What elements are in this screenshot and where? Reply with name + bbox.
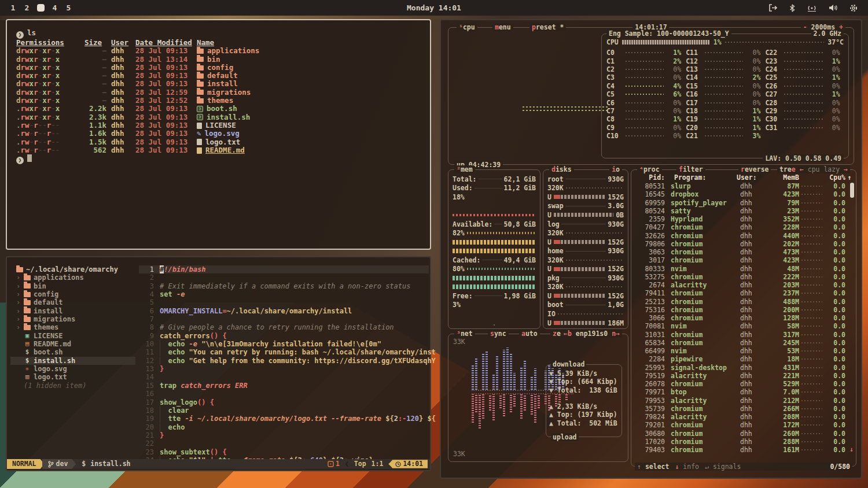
volume-icon[interactable]: [829, 4, 837, 12]
process-row[interactable]: 75316chromiumdhh200M0.0: [635, 306, 854, 314]
process-row[interactable]: 79971btopdhh7.0M0.0: [635, 388, 854, 396]
core-row: C120%: [686, 57, 760, 65]
tree-button[interactable]: tree: [777, 165, 798, 173]
mem-box-title[interactable]: ²mem: [454, 165, 475, 173]
folder-icon: [197, 65, 204, 71]
process-row[interactable]: 3063chromiumdhh473M0.0: [635, 248, 854, 256]
ls-row: .rw-r--r--1.6kdhh28 Jul 09:13✎logo.svg: [16, 130, 430, 138]
process-row[interactable]: 17020chromiumdhh288M0.0: [635, 438, 854, 446]
process-row[interactable]: 26078chromiumdhh529M0.0: [635, 380, 854, 388]
tree-file-boot.sh[interactable]: $boot.sh: [10, 348, 135, 356]
core-row: C290%: [765, 107, 840, 115]
cpu-box-title[interactable]: ¹cpu: [457, 23, 477, 31]
tree-file-logo.txt[interactable]: ▥logo.txt: [10, 373, 135, 381]
process-row[interactable]: 79806chromiumdhh202M0.0: [635, 240, 854, 248]
clock: Monday 14:01: [0, 3, 868, 12]
cursor-position: 1:1: [372, 460, 384, 468]
folder-icon: [24, 317, 31, 322]
core-row: C191%: [686, 115, 760, 123]
tree-dir-default[interactable]: ›default: [10, 298, 135, 306]
core-row: C300%: [765, 115, 840, 123]
proc-percore-toggle[interactable]: ← cpu lazy →: [797, 165, 850, 173]
process-row[interactable]: 80531slurpdhh87M0.0: [635, 182, 854, 190]
process-row[interactable]: 80524sattydhh23M0.0: [635, 207, 854, 215]
scroll-down-arrow[interactable]: ↓: [849, 445, 854, 453]
reverse-button[interactable]: reverse: [738, 165, 771, 173]
process-row[interactable]: 69959spotify_playerdhh79M0.0: [635, 199, 854, 207]
process-row[interactable]: 25993signal-desktopdhh431M0.0: [635, 364, 854, 372]
core-row: C01%: [606, 49, 681, 57]
code-line-16: 16: [139, 390, 429, 398]
process-row[interactable]: 32626chromiumdhh440M0.0: [635, 232, 854, 240]
proc-box-title[interactable]: ⁴proc: [637, 165, 662, 173]
bluetooth-icon[interactable]: [789, 4, 795, 12]
net-interface[interactable]: ←b enp191s0 n→: [561, 330, 622, 338]
proc-scrollbar[interactable]: [850, 183, 854, 198]
logout-icon[interactable]: [768, 4, 777, 12]
net-box-title[interactable]: ³net: [454, 330, 475, 338]
code-line-23: 23show_subtext() {: [139, 448, 429, 456]
markdown-icon: [197, 147, 202, 154]
process-row[interactable]: 70081nvimdhh58M0.0: [635, 322, 854, 330]
box-icon: [328, 461, 334, 467]
process-row[interactable]: 79824alacrittydhh208M0.0: [635, 413, 854, 421]
auto-button[interactable]: auto: [519, 330, 540, 338]
tree-root[interactable]: ~/.local/share/omarchy: [10, 265, 135, 273]
process-row[interactable]: 3066chromiumdhh128M0.0: [635, 314, 854, 322]
sync-button[interactable]: sync: [488, 330, 509, 338]
process-row[interactable]: 80333nvimdhh48M0.0: [635, 265, 854, 273]
code-area[interactable]: 1#!/bin/bash23# Exit immediately if a co…: [139, 265, 429, 464]
process-row[interactable]: 35739chromiumdhh266M0.0: [635, 405, 854, 413]
tree-file-logo.svg[interactable]: ✳logo.svg: [10, 365, 135, 373]
process-row[interactable]: 30680chromiumdhh260M0.0: [635, 430, 854, 438]
process-row[interactable]: 79953alacrittydhh212M0.0: [635, 397, 854, 405]
tree-file-LICENSE[interactable]: ▣LICENSE: [10, 332, 135, 340]
command: ls: [27, 28, 36, 37]
process-row[interactable]: 2284pipewiredhh18M0.0: [635, 355, 854, 363]
process-row[interactable]: 79403chromiumdhh161M0.0: [635, 446, 854, 454]
process-row[interactable]: 2674alacrittydhh203M0.0: [635, 281, 854, 289]
tree-dir-applications[interactable]: ›applications: [10, 273, 135, 282]
folder-open-icon: [16, 267, 23, 272]
core-row: C213%: [686, 132, 760, 140]
tree-dir-config[interactable]: ›config: [10, 290, 135, 298]
process-row[interactable]: 66499nvimdhh53M0.0: [635, 347, 854, 355]
tree-dir-bin[interactable]: ›bin: [10, 282, 135, 290]
cpu-core-col-2: C110%C120%C130%C142%C150%C160%C170%C181%…: [686, 49, 765, 140]
process-row[interactable]: 79201chromiumdhh172M0.0: [635, 421, 854, 429]
process-row[interactable]: 70427chromiumdhh228M0.0: [635, 223, 854, 231]
tree-dir-install[interactable]: ›install: [10, 307, 135, 315]
net-info-rows: ▼ 5,39 KiB/s▼ Top: (664 Kibp)▼ Total: 13…: [546, 365, 621, 427]
disks-box-title[interactable]: disks: [549, 165, 574, 173]
core-row: C170%: [686, 98, 760, 106]
net-info-box: download ▼ 5,39 KiB/s▼ Top: (664 Kibp)▼ …: [546, 364, 622, 437]
tree-file-install.sh[interactable]: $install.sh: [10, 357, 135, 365]
prompt-line-2[interactable]: ❯: [16, 154, 430, 164]
filter-button[interactable]: filter: [676, 165, 705, 173]
svg-icon: ✳: [24, 365, 31, 373]
code-line-21: 21}: [139, 431, 429, 439]
process-row[interactable]: 65834chromiumdhh245M0.0: [635, 339, 854, 347]
process-row[interactable]: 53275chromiumdhh222M0.0: [635, 273, 854, 281]
process-row[interactable]: 3017chromiumdhh423M0.0: [635, 256, 854, 264]
folder-icon: [24, 275, 31, 280]
process-row[interactable]: 2359Hyprlanddhh352M0.0: [635, 215, 854, 223]
menu-button[interactable]: menu: [492, 23, 513, 31]
tree-dir-themes[interactable]: ›themes: [10, 323, 135, 331]
code-line-17: 17show_logo() {: [139, 398, 429, 406]
core-row: C231%: [765, 57, 840, 65]
tree-file-README.md[interactable]: ▤README.md: [10, 340, 135, 348]
disk-entry: boot1,0G: [547, 301, 624, 310]
cpu-graph: [523, 106, 608, 113]
process-row[interactable]: 31031chromiumdhh317M0.0: [635, 331, 854, 339]
tree-dir-migrations[interactable]: ›migrations: [10, 315, 135, 323]
git-branch[interactable]: dev: [42, 459, 76, 469]
io-button[interactable]: io: [609, 165, 622, 173]
preset-button[interactable]: preset *: [529, 23, 566, 31]
process-row[interactable]: 79411chromiumdhh237M0.0: [635, 289, 854, 297]
network-icon[interactable]: [807, 4, 816, 12]
process-row[interactable]: 25213chromiumdhh488M0.0: [635, 298, 854, 306]
settings-icon[interactable]: [849, 4, 858, 12]
process-row[interactable]: 79519alacrittydhh221M0.0: [635, 372, 854, 380]
process-row[interactable]: 16545dropboxdhh423M0.0: [635, 190, 854, 198]
